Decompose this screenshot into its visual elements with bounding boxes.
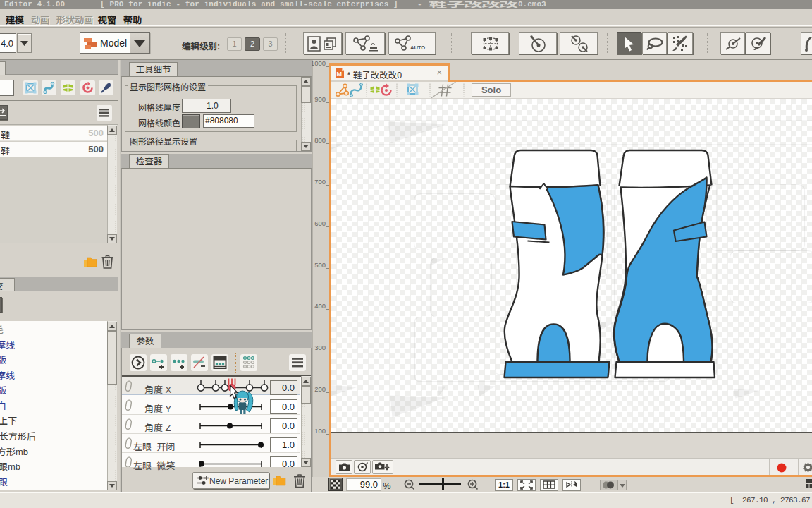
svg-text:AUTO: AUTO (410, 44, 425, 51)
svg-text:M: M (336, 70, 342, 77)
